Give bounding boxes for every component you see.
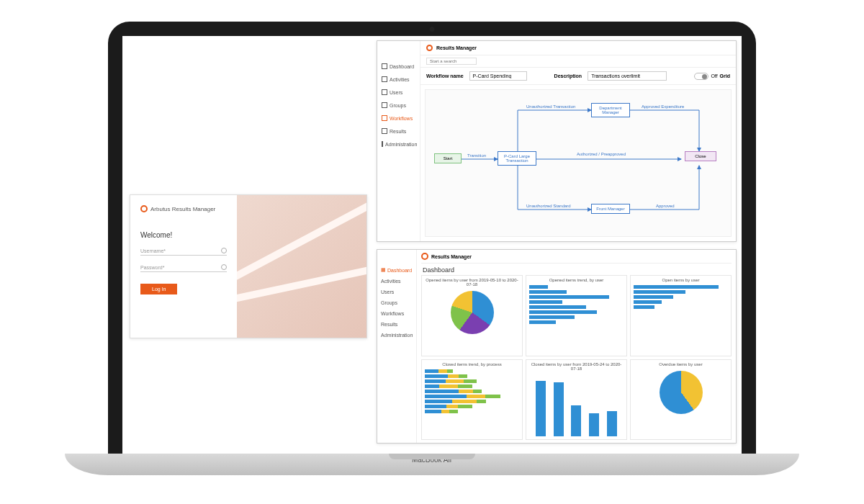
wf-name-input[interactable] (469, 71, 527, 81)
tile-closed-trend[interactable]: Closed items trend, by process (421, 359, 523, 441)
welcome-heading: Welcome! (140, 231, 227, 239)
sidebar-item-groups[interactable]: Groups (380, 99, 417, 112)
tile-open-by-user[interactable]: Open items by user (630, 275, 732, 356)
brand-icon (426, 45, 433, 51)
search-input[interactable] (426, 58, 477, 65)
db-sidebar-workflows[interactable]: Workflows (379, 308, 414, 319)
app-title: Results Manager (431, 254, 472, 259)
edge-unauth: Unauthorized Transaction (526, 104, 575, 109)
lock-icon (221, 264, 227, 270)
brand-icon (421, 253, 428, 260)
edge-auth-pre: Authorized / Preapproved (577, 152, 626, 156)
node-pcard[interactable]: P-Card Large Transaction (498, 151, 536, 166)
db-sidebar-groups[interactable]: Groups (379, 297, 414, 308)
sidebar-item-administration[interactable]: Administration (380, 138, 417, 150)
sidebar-item-results[interactable]: Results (380, 125, 417, 138)
login-window: Arbutus Results Manager Welcome! Usernam… (130, 194, 367, 338)
node-front-manager[interactable]: Front Manager (591, 204, 630, 214)
sidebar-item-users[interactable]: Users (380, 86, 417, 99)
wf-name-label: Workflow name (426, 73, 464, 78)
login-button[interactable]: Log In (140, 284, 177, 294)
brand-text: Arbutus Results Manager (150, 206, 215, 212)
sidebar-item-workflows[interactable]: Workflows (380, 112, 417, 125)
app-title: Results Manager (436, 45, 477, 50)
workflow-header: Results Manager (420, 41, 736, 55)
tile-overdue-by-user[interactable]: Overdue items by user (630, 359, 732, 441)
username-field[interactable]: Username* (140, 246, 227, 256)
workflows-icon (382, 115, 387, 121)
edge-unauth2: Unauthorized Standard (526, 204, 571, 208)
administration-icon (382, 141, 383, 147)
tile-opened-trend[interactable]: Opened items trend, by user (526, 275, 627, 356)
user-icon (221, 248, 227, 253)
workflow-canvas[interactable]: Start P-Card Large Transaction Departmen… (425, 89, 732, 237)
db-sidebar-users[interactable]: Users (379, 287, 414, 297)
screen: Arbutus Results Manager Welcome! Usernam… (122, 36, 742, 454)
db-sidebar-administration[interactable]: Administration (379, 330, 414, 341)
edge-approved-exp: Approved Expenditure (642, 104, 684, 109)
results-icon (382, 128, 387, 134)
node-start[interactable]: Start (434, 153, 462, 163)
laptop-base: MacBook Air (65, 454, 799, 475)
dashboard-icon (382, 63, 387, 69)
db-sidebar-activities[interactable]: Activities (379, 276, 414, 287)
workflow-edges (426, 90, 731, 236)
laptop-frame: Arbutus Results Manager Welcome! Usernam… (108, 22, 756, 454)
pie-chart-icon (451, 291, 494, 334)
db-sidebar-results[interactable]: Results (379, 319, 414, 330)
dashboard-header: Results Manager (421, 253, 732, 264)
sidebar-item-dashboard[interactable]: Dashboard (380, 60, 417, 73)
page-title: Dashboard (421, 264, 732, 275)
workflow-toolbar: Workflow name Description Off Grid (420, 68, 736, 85)
activities-icon (382, 76, 387, 82)
dashboard-grid: Opened items by user from 2019-05-10 to … (421, 275, 732, 440)
dashboard-icon: ▦ (381, 267, 386, 273)
wf-desc-label: Description (554, 73, 582, 78)
hbar-chart (634, 284, 728, 354)
sidebar-item-activities[interactable]: Activities (380, 73, 417, 86)
dashboard-window: ▦Dashboard Activities Users Groups Workf… (377, 249, 737, 444)
camera-icon (430, 27, 435, 32)
brand-icon (140, 205, 148, 212)
trackpad-notch-icon (389, 454, 475, 459)
node-close[interactable]: Close (685, 151, 716, 161)
login-brand: Arbutus Results Manager (140, 205, 227, 212)
stacked-hbar-chart (425, 368, 519, 438)
users-icon (382, 89, 387, 95)
groups-icon (382, 102, 387, 108)
edge-transition: Transition (467, 153, 486, 158)
node-dept-manager[interactable]: Department Manager (591, 103, 630, 117)
grid-toggle[interactable]: Off Grid (694, 73, 730, 80)
password-label: Password* (140, 265, 164, 270)
workflow-sidebar: Dashboard Activities Users Groups Workfl… (377, 41, 420, 241)
pie-chart-icon (660, 371, 703, 414)
login-illustration (237, 195, 366, 338)
db-sidebar-dashboard[interactable]: ▦Dashboard (379, 264, 414, 276)
workflow-window: Dashboard Activities Users Groups Workfl… (377, 40, 737, 242)
tile-closed-by-user[interactable]: Closed items by user from 2019-05-24 to … (526, 359, 627, 441)
wf-desc-input[interactable] (588, 71, 667, 81)
toggle-icon (694, 73, 708, 80)
password-field[interactable]: Password* (140, 263, 227, 272)
vbar-chart (529, 372, 624, 438)
dashboard-sidebar: ▦Dashboard Activities Users Groups Workf… (377, 250, 417, 443)
edge-approved: Approved (656, 204, 675, 208)
tile-opened-by-user-pie[interactable]: Opened items by user from 2019-05-10 to … (421, 275, 523, 356)
hbar-chart (529, 284, 624, 354)
username-label: Username* (140, 248, 166, 253)
